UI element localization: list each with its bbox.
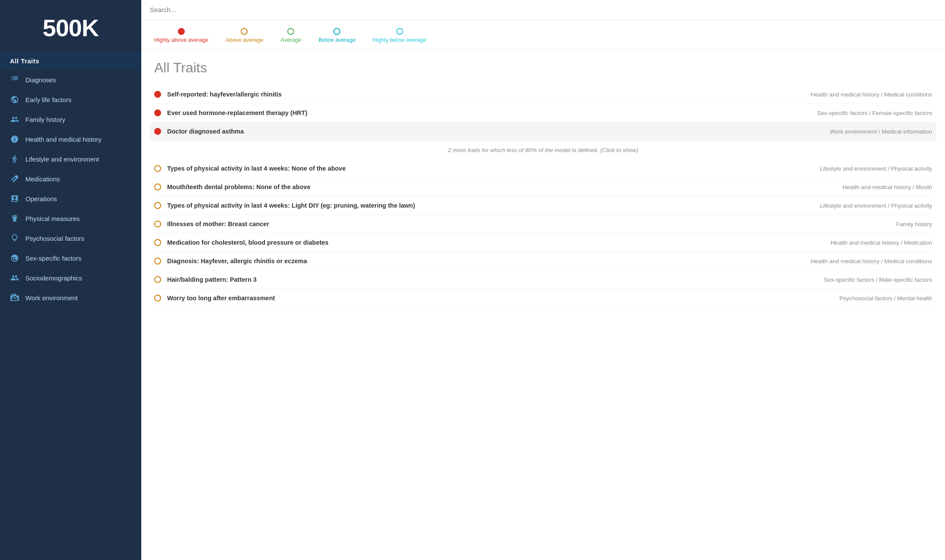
socio-icon	[10, 273, 19, 283]
trait-level-dot	[154, 128, 161, 135]
trait-category: Sex-specific factors / Male-specific fac…	[824, 277, 932, 283]
physical-icon	[10, 214, 19, 223]
medications-icon	[10, 174, 19, 184]
sidebar-item-family-history[interactable]: Family history	[0, 109, 141, 129]
trait-level-ring	[154, 165, 161, 172]
trait-name: Hair/balding pattern: Pattern 3	[167, 276, 818, 283]
content-area: All Traits Self-reported: hayfever/aller…	[141, 50, 945, 560]
sidebar: 500K All Traits Diagnoses Early life fac…	[0, 0, 141, 560]
all-traits-label: All Traits	[10, 57, 39, 65]
search-bar	[141, 0, 945, 20]
trait-category: Health and medical history / Medical con…	[811, 91, 932, 98]
trait-level-dot	[154, 109, 161, 116]
legend-below: Below average	[318, 28, 355, 43]
table-row[interactable]: Worry too long after embarrassment Psych…	[154, 289, 932, 308]
highly-above-dot	[178, 28, 185, 35]
trait-name: Types of physical activity in last 4 wee…	[167, 202, 814, 209]
highly-below-label: Highly below average	[373, 37, 426, 43]
trait-category: Sex-specific factors / Female-specific f…	[817, 110, 932, 116]
trait-level-ring	[154, 221, 161, 227]
trait-category: Health and medical history / Medical con…	[811, 258, 932, 264]
sidebar-count: 500K	[9, 14, 133, 42]
trait-level-ring	[154, 184, 161, 190]
trait-name: Medication for cholesterol, blood pressu…	[167, 239, 824, 246]
legend-highly-above: Highly above average	[154, 28, 208, 43]
trait-name: Self-reported: hayfever/allergic rhiniti…	[167, 91, 805, 98]
sidebar-item-operations[interactable]: Operations	[0, 189, 141, 208]
sidebar-item-diagnoses[interactable]: Diagnoses	[0, 70, 141, 90]
sociodemographics-label: Sociodemographics	[25, 274, 82, 282]
trait-category: Family history	[896, 221, 932, 227]
health-icon	[10, 134, 19, 144]
family-icon	[10, 115, 19, 124]
table-row[interactable]: Doctor diagnosed asthma Work environment…	[150, 122, 936, 141]
highly-above-label: Highly above average	[154, 37, 208, 43]
work-env-label: Work environment	[25, 294, 78, 302]
trait-category: Health and medical history / Mouth	[842, 184, 932, 190]
sex-specific-label: Sex-specific factors	[25, 255, 81, 262]
operations-icon	[10, 194, 19, 203]
more-traits-click: (Click to show)	[600, 147, 638, 153]
trait-name: Diagnosis: Hayfever, allergic rhinitis o…	[167, 258, 805, 264]
above-avg-label: Above average	[226, 37, 263, 43]
table-row[interactable]: Hair/balding pattern: Pattern 3 Sex-spec…	[154, 271, 932, 289]
table-row[interactable]: Ever used hormone-replacement therapy (H…	[154, 104, 932, 122]
sidebar-item-psychosocial[interactable]: Psychosocial factors	[0, 228, 141, 248]
sidebar-item-all-traits[interactable]: All Traits	[0, 52, 141, 70]
sex-icon	[10, 253, 19, 263]
above-avg-ring	[241, 28, 248, 35]
table-row[interactable]: Diagnosis: Hayfever, allergic rhinitis o…	[154, 252, 932, 271]
table-row[interactable]: Medication for cholesterol, blood pressu…	[154, 233, 932, 252]
early-life-icon	[10, 95, 19, 104]
legend-above: Above average	[226, 28, 263, 43]
legend-highly-below: Highly below average	[373, 28, 426, 43]
search-input[interactable]	[150, 6, 936, 13]
lifestyle-icon	[10, 154, 19, 164]
table-row[interactable]: Self-reported: hayfever/allergic rhiniti…	[154, 85, 932, 104]
trait-name: Illnesses of mother: Breast cancer	[167, 221, 890, 227]
lifestyle-label: Lifestyle and environment	[25, 156, 99, 163]
physical-label: Physical measures	[25, 215, 80, 222]
sidebar-item-medications[interactable]: Medications	[0, 169, 141, 189]
main-content: Highly above average Above average Avera…	[141, 0, 945, 560]
trait-level-ring	[154, 202, 161, 209]
sidebar-item-work-env[interactable]: Work environment	[0, 288, 141, 308]
psychosocial-label: Psychosocial factors	[25, 235, 84, 242]
table-row[interactable]: Types of physical activity in last 4 wee…	[154, 159, 932, 178]
avg-label: Average	[280, 37, 301, 43]
trait-category: Psychosocial factors / Mental health	[839, 295, 932, 302]
trait-name: Mouth/teeth dental problems: None of the…	[167, 184, 836, 190]
trait-level-ring	[154, 295, 161, 302]
legend: Highly above average Above average Avera…	[141, 20, 945, 50]
trait-name: Ever used hormone-replacement therapy (H…	[167, 109, 811, 116]
trait-level-ring	[154, 258, 161, 264]
sidebar-item-early-life[interactable]: Early life factors	[0, 90, 141, 109]
trait-name: Types of physical activity in last 4 wee…	[167, 165, 814, 172]
avg-ring	[287, 28, 294, 35]
table-row[interactable]: Mouth/teeth dental problems: None of the…	[154, 178, 932, 196]
health-history-label: Health and medical history	[25, 136, 102, 143]
trait-level-ring	[154, 276, 161, 283]
psychosocial-icon	[10, 233, 19, 243]
sidebar-header: 500K	[0, 0, 141, 52]
work-icon	[10, 293, 19, 302]
sidebar-item-lifestyle[interactable]: Lifestyle and environment	[0, 149, 141, 169]
sidebar-nav: All Traits Diagnoses Early life factors …	[0, 52, 141, 308]
more-traits-notice[interactable]: 2 more traits for which less of 80% of t…	[154, 141, 932, 159]
sidebar-item-physical[interactable]: Physical measures	[0, 208, 141, 228]
operations-label: Operations	[25, 195, 57, 202]
highly-below-ring	[396, 28, 403, 35]
trait-category: Lifestyle and environment / Physical act…	[820, 202, 932, 209]
sidebar-item-sociodemographics[interactable]: Sociodemographics	[0, 268, 141, 288]
page-title: All Traits	[154, 60, 932, 76]
sidebar-item-sex-specific[interactable]: Sex-specific factors	[0, 248, 141, 268]
medications-label: Medications	[25, 175, 60, 183]
trait-name: Doctor diagnosed asthma	[167, 128, 824, 135]
trait-level-ring	[154, 239, 161, 246]
trait-category: Health and medical history / Medication	[830, 240, 932, 246]
sidebar-item-health-history[interactable]: Health and medical history	[0, 129, 141, 149]
early-life-label: Early life factors	[25, 96, 71, 103]
below-avg-ring	[333, 28, 340, 35]
table-row[interactable]: Types of physical activity in last 4 wee…	[154, 196, 932, 215]
table-row[interactable]: Illnesses of mother: Breast cancer Famil…	[154, 215, 932, 233]
